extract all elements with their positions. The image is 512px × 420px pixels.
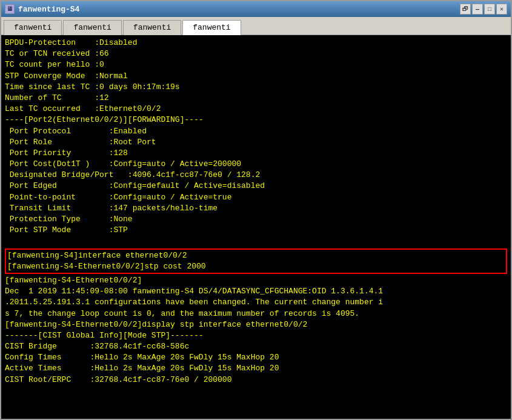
term-line: STP Converge Mode :Normal: [5, 71, 507, 82]
maximize-button[interactable]: □: [484, 4, 495, 15]
term-line: .2011.5.25.191.3.1 configurations have b…: [5, 297, 507, 308]
term-line: CIST Root/ERPC :32768.4c1f-cc87-76e0 / 2…: [5, 375, 507, 385]
tab-3[interactable]: fanwenti: [123, 20, 181, 35]
title-bar-left: 🖥 fanwenting-S4: [5, 4, 79, 14]
term-line: TC or TCN received :66: [5, 48, 507, 59]
term-line: Config Times :Hello 2s MaxAge 20s FwDly …: [5, 352, 507, 363]
tabs-bar: fanwenti fanwenti fanwenti fanwenti: [1, 17, 511, 35]
restore-button[interactable]: 🗗: [460, 4, 471, 15]
app-icon: 🖥: [5, 4, 15, 14]
term-line: Number of TC :12: [5, 93, 507, 104]
tab-1[interactable]: fanwenti: [4, 20, 62, 35]
term-line: Port Cost(Dot1T ) :Config=auto / Active=…: [5, 159, 507, 170]
window-title: fanwenting-S4: [18, 5, 79, 14]
term-line: Port Role :Root Port: [5, 137, 507, 148]
main-window: 🖥 fanwenting-S4 🗗 — □ ✕ fanwenti fanwent…: [0, 0, 512, 420]
term-line: Port Protocol :Enabled: [5, 126, 507, 137]
title-bar: 🖥 fanwenting-S4 🗗 — □ ✕: [1, 1, 511, 17]
terminal-output[interactable]: BPDU-Protection :Disabled TC or TCN rece…: [1, 35, 511, 419]
term-line: Time since last TC :0 days 0h:17m:19s: [5, 82, 507, 93]
tab-2[interactable]: fanwenti: [63, 20, 121, 35]
term-line: Dec 1 2019 11:45:09-08:00 fanwenting-S4 …: [5, 286, 507, 297]
window-controls[interactable]: 🗗 — □ ✕: [460, 4, 507, 15]
term-line: Port Priority :128: [5, 148, 507, 159]
term-line: [5, 236, 507, 247]
term-line: Last TC occurred :Ethernet0/0/2: [5, 104, 507, 115]
term-line: Port Edged :Config=default / Active=disa…: [5, 181, 507, 192]
highlight-line-2: [fanwenting-S4-Ethernet0/0/2]stp cost 20…: [7, 261, 505, 272]
term-line: Active Times :Hello 2s MaxAge 20s FwDly …: [5, 363, 507, 374]
highlighted-command-block: [fanwenting-S4]interface ethernet0/0/2 […: [5, 248, 507, 274]
term-line: TC count per hello :0: [5, 59, 507, 70]
term-line: CIST Bridge :32768.4c1f-cc68-586c: [5, 341, 507, 352]
term-line: ----[Port2(Ethernet0/0/2)][FORWARDING]--…: [5, 115, 507, 125]
term-line: s 7, the change loop count is 0, and the…: [5, 308, 507, 319]
term-line: -------[CIST Global Info][Mode STP]-----…: [5, 330, 507, 341]
minimize-button[interactable]: —: [472, 4, 483, 15]
close-button[interactable]: ✕: [496, 4, 507, 15]
term-line: [fanwenting-S4-Ethernet0/0/2]display stp…: [5, 319, 507, 330]
term-line: Designated Bridge/Port :4096.4c1f-cc87-7…: [5, 170, 507, 181]
term-line: Transit Limit :147 packets/hello-time: [5, 203, 507, 214]
term-line: Port STP Mode :STP: [5, 225, 507, 236]
term-line: BPDU-Protection :Disabled: [5, 38, 507, 48]
highlight-line-1: [fanwenting-S4]interface ethernet0/0/2: [7, 250, 505, 261]
term-line: Protection Type :None: [5, 214, 507, 225]
tab-4[interactable]: fanwenti: [182, 20, 241, 35]
term-line: [fanwenting-S4-Ethernet0/0/2]: [5, 275, 507, 286]
term-line: Point-to-point :Config=auto / Active=tru…: [5, 192, 507, 203]
